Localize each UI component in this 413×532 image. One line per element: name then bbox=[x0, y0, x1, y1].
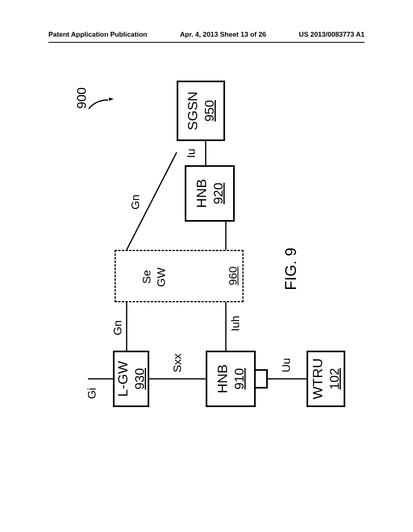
lgw-node: L-GW 930 bbox=[113, 351, 149, 407]
sxx-label: Sxx bbox=[171, 353, 184, 372]
wtru-name: WTRU bbox=[309, 358, 326, 399]
lgw-name: L-GW bbox=[114, 361, 131, 397]
gn-left-label: Gn bbox=[111, 320, 124, 335]
hnb-920-node: HNB 920 bbox=[185, 165, 235, 222]
gi-label: Gi bbox=[86, 388, 98, 399]
hnb-910-node: HNB 910 bbox=[206, 351, 256, 407]
segw-label2: GW bbox=[155, 268, 168, 287]
sgsn-node: SGSN 950 bbox=[177, 81, 225, 141]
patent-page: Patent Application Publication Apr. 4, 2… bbox=[0, 0, 413, 532]
iuh-label: Iuh bbox=[229, 316, 242, 331]
lgw-ref: 930 bbox=[131, 368, 148, 389]
hnb-910-ref: 910 bbox=[231, 368, 248, 389]
figure-9-container: Se GW 960 L-GW 930 HNB 910 HNB 920 SG bbox=[0, 60, 413, 472]
figure-label: FIG. 9 bbox=[282, 247, 300, 290]
sgsn-ref: 950 bbox=[201, 100, 218, 121]
gn-right-label: Gn bbox=[129, 195, 142, 210]
hnb-920-ref: 920 bbox=[210, 183, 227, 204]
wtru-ref: 102 bbox=[326, 368, 343, 389]
system-ref-label: 900 bbox=[74, 87, 89, 109]
sgsn-name: SGSN bbox=[184, 91, 201, 130]
uu-label: Uu bbox=[280, 358, 293, 372]
wtru-node: WTRU 102 bbox=[307, 351, 345, 407]
svg-marker-8 bbox=[109, 98, 114, 101]
hnb-910-antenna bbox=[256, 369, 268, 389]
hnb-910-name: HNB bbox=[213, 364, 231, 393]
segw-label1: Se bbox=[140, 270, 153, 284]
hnb-920-name: HNB bbox=[192, 179, 210, 208]
figure-9-canvas: Se GW 960 L-GW 930 HNB 910 HNB 920 SG bbox=[0, 0, 413, 532]
segw-ref: 960 bbox=[227, 266, 240, 285]
iu-label: Iu bbox=[185, 149, 198, 158]
segw-optional-box bbox=[115, 250, 244, 302]
